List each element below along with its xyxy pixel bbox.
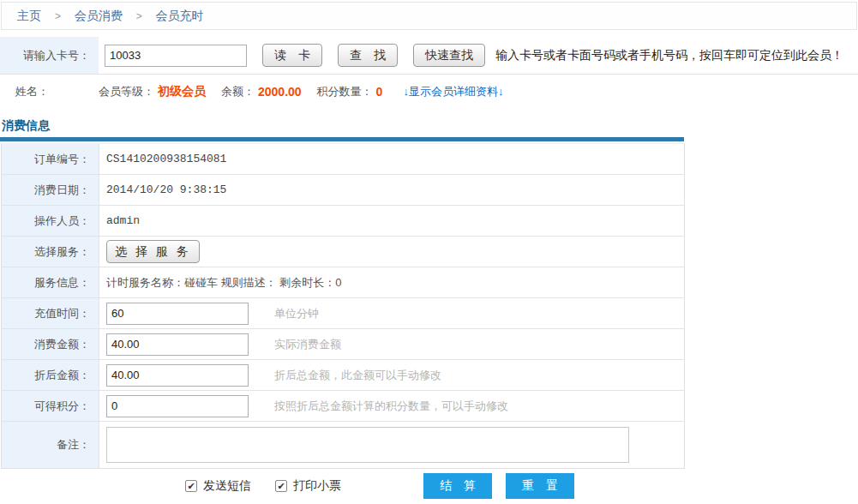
recharge-time-hint: 单位分钟 [274,306,319,321]
row-remark: 备注： [2,422,684,468]
earn-points-hint: 按照折后总金额计算的积分数量，可以手动修改 [274,399,508,414]
points-count-label: 积分数量： [317,84,373,99]
earn-points-label: 可得积分： [2,391,99,421]
row-order-no: 订单编号： CS1410200938154081 [2,144,684,175]
member-name-label: 姓名： [0,84,99,99]
recharge-time-label: 充值时间： [2,298,99,328]
section-title-consume-info: 消费信息 [2,117,858,133]
select-service-button[interactable]: 选 择 服 务 [106,240,200,263]
send-sms-checkbox[interactable]: ✔ [185,480,197,492]
service-info-label: 服务信息： [2,267,99,297]
points-count-value: 0 [376,85,383,99]
service-info-value: 计时服务名称：碰碰车 规则描述： 剩余时长：0 [106,275,341,291]
breadcrumb-item-member-recharge[interactable]: 会员充时 [156,9,204,22]
quick-find-button[interactable]: 快速查找 [413,44,485,67]
print-receipt-checkbox[interactable]: ✔ [275,480,287,492]
row-discount-amount: 折后金额： 折后总金额，此金额可以手动修改 [2,360,684,391]
balance-label: 余额： [221,84,255,99]
balance-value: 2000.00 [258,85,302,99]
discount-amount-hint: 折后总金额，此金额可以手动修改 [274,368,441,383]
consume-date-value: 2014/10/20 9:38:15 [106,183,226,196]
settle-button[interactable]: 结 算 [423,473,492,499]
card-number-label: 请输入卡号： [0,37,99,74]
member-level-label: 会员等级： [99,84,154,99]
consume-amount-input[interactable] [106,333,249,356]
service-select-label: 选择服务： [2,237,99,267]
breadcrumb-item-home[interactable]: 主页 [17,9,41,22]
consume-info-form: 订单编号： CS1410200938154081 消费日期： 2014/10/2… [1,143,685,469]
check-icon: ✔ [187,481,195,492]
remark-label: 备注： [2,422,99,468]
order-no-value: CS1410200938154081 [106,153,226,165]
row-earn-points: 可得积分： 按照折后总金额计算的积分数量，可以手动修改 [2,391,684,422]
check-icon: ✔ [277,481,285,492]
member-summary-row: 姓名： 会员等级： 初级会员 余额： 2000.00 积分数量： 0 ↓显示会员… [0,75,858,109]
card-number-input[interactable] [105,45,247,67]
breadcrumb: 主页 > 会员消费 > 会员充时 [1,2,857,30]
card-lookup-hint: 输入卡号或者卡面号码或者手机号码，按回车即可定位到此会员！ [495,48,843,63]
member-detail-link[interactable]: ↓显示会员详细资料↓ [403,84,503,99]
footer-actions: ✔ 发送短信 ✔ 打印小票 结 算 重 置 [0,471,858,501]
read-card-button[interactable]: 读 卡 [262,44,322,67]
operator-value: admin [106,214,140,227]
consume-amount-label: 消费金额： [2,329,99,359]
consume-date-label: 消费日期： [2,175,99,205]
operator-label: 操作人员： [2,206,99,236]
row-consume-date: 消费日期： 2014/10/20 9:38:15 [2,175,684,206]
recharge-time-input[interactable] [106,303,249,325]
breadcrumb-separator: > [55,10,61,22]
earn-points-input[interactable] [106,395,249,417]
breadcrumb-item-member-consume[interactable]: 会员消费 [75,9,123,22]
remark-textarea[interactable] [106,427,629,463]
card-lookup-row: 请输入卡号： 读 卡 查 找 快速查找 输入卡号或者卡面号码或者手机号码，按回车… [0,37,858,75]
section-divider-bar [0,137,684,141]
send-sms-label: 发送短信 [203,478,251,494]
row-service-select: 选择服务： 选 择 服 务 [2,237,684,267]
row-consume-amount: 消费金额： 实际消费金额 [2,329,684,360]
order-no-label: 订单编号： [2,144,99,174]
member-level-value: 初级会员 [158,84,206,99]
row-service-info: 服务信息： 计时服务名称：碰碰车 规则描述： 剩余时长：0 [2,267,684,298]
row-recharge-time: 充值时间： 单位分钟 [2,298,684,329]
consume-amount-hint: 实际消费金额 [274,337,341,352]
reset-button[interactable]: 重 置 [506,473,574,499]
breadcrumb-separator: > [136,10,142,22]
row-operator: 操作人员： admin [2,206,684,237]
print-receipt-label: 打印小票 [293,478,341,494]
discount-amount-label: 折后金额： [2,360,99,390]
discount-amount-input[interactable] [106,364,249,387]
find-button[interactable]: 查 找 [338,44,398,67]
